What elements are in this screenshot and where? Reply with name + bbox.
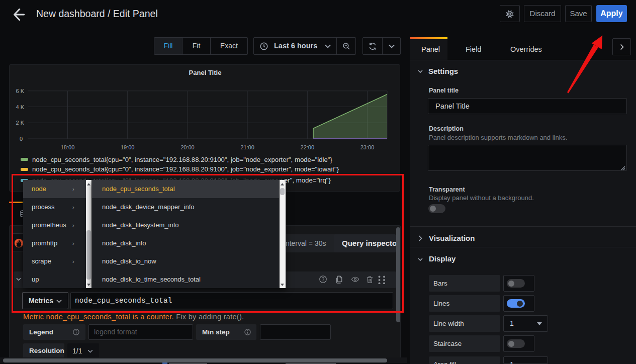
svg-text:18:00: 18:00	[61, 144, 75, 150]
svg-text:21:00: 21:00	[240, 144, 254, 150]
svg-text:19:00: 19:00	[121, 144, 135, 150]
svg-text:0: 0	[20, 136, 23, 142]
svg-text:6 K: 6 K	[16, 88, 24, 94]
svg-text:20:00: 20:00	[180, 144, 195, 150]
svg-text:22:00: 22:00	[301, 144, 315, 150]
svg-text:2 K: 2 K	[16, 120, 24, 126]
svg-text:23:00: 23:00	[360, 144, 375, 150]
svg-text:4 K: 4 K	[16, 104, 24, 110]
